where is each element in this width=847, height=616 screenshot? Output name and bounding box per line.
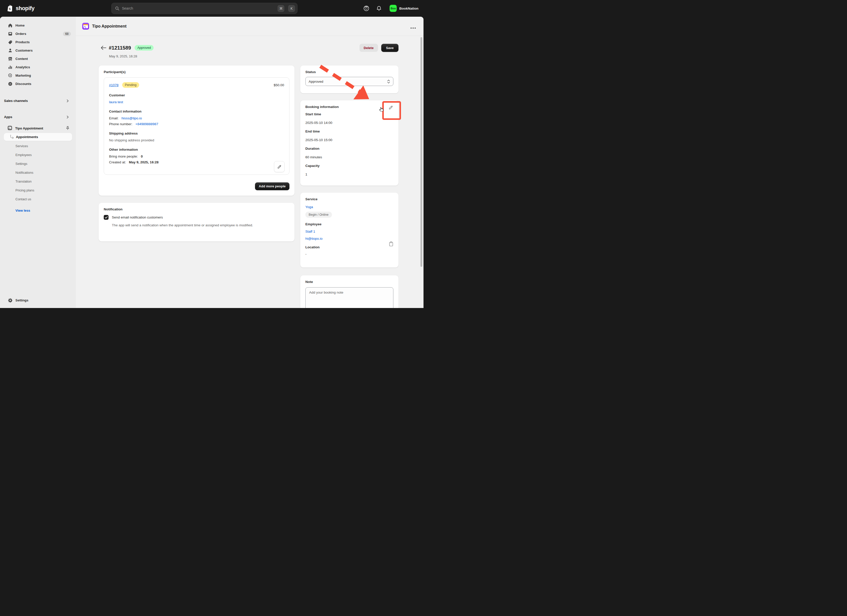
chevron-updown-icon bbox=[387, 80, 390, 84]
search-icon bbox=[115, 6, 120, 10]
sidebar-subitem-label: Services bbox=[15, 144, 28, 148]
notifications-bell-icon[interactable] bbox=[375, 4, 383, 12]
capacity-label: Capacity bbox=[305, 164, 393, 168]
created-at-value: May 9, 2025, 16:28 bbox=[129, 160, 159, 164]
notification-description: The app will send a notification when th… bbox=[112, 222, 254, 228]
sidebar-item-employees[interactable]: Employees bbox=[0, 150, 76, 159]
sidebar-item-app-settings[interactable]: Settings bbox=[0, 159, 76, 168]
sidebar-item-label: Customers bbox=[15, 49, 32, 52]
global-search[interactable]: ⌘ K bbox=[111, 3, 298, 14]
notification-card: Notification Send email notification cus… bbox=[99, 203, 295, 242]
start-time-value: 2025-05-10 14:00 bbox=[305, 121, 393, 125]
delete-button[interactable]: Delete bbox=[360, 44, 378, 52]
status-card: Status Approved bbox=[300, 65, 398, 93]
sidebar-item-customers[interactable]: Customers bbox=[0, 46, 76, 55]
email-notification-checkbox[interactable] bbox=[104, 215, 109, 220]
participant-status-badge: Pending bbox=[122, 82, 139, 88]
orders-icon bbox=[8, 31, 13, 36]
edit-booking-pencil-icon[interactable] bbox=[388, 105, 394, 112]
sidebar-item-tipo-appointment[interactable]: Tipo Appointment bbox=[0, 124, 76, 133]
sidebar-item-label: Marketing bbox=[15, 74, 31, 77]
status-select[interactable]: Approved bbox=[305, 77, 393, 86]
sidekick-icon[interactable] bbox=[362, 4, 370, 12]
more-actions-icon[interactable] bbox=[409, 24, 417, 31]
phone-link[interactable]: +84989888987 bbox=[135, 122, 158, 126]
customer-name-link[interactable]: laura test bbox=[109, 100, 123, 104]
sidebar-item-appointments-active[interactable]: Appointments bbox=[4, 133, 72, 141]
bring-more-value: 0 bbox=[141, 155, 143, 158]
sidebar-item-home[interactable]: Home bbox=[0, 21, 76, 29]
booking-info-title: Booking information bbox=[305, 105, 393, 109]
contact-info-heading: Contact information bbox=[109, 109, 284, 113]
employee-name-link[interactable]: Staff 1 bbox=[305, 230, 315, 233]
search-input[interactable] bbox=[122, 6, 274, 10]
section-label: Sales channels bbox=[4, 99, 28, 103]
note-card: Note bbox=[300, 276, 398, 308]
created-at-label: Created at: bbox=[109, 160, 126, 164]
topbar-actions: Boo BookNation bbox=[362, 0, 418, 17]
sidebar-item-translation[interactable]: Translation bbox=[0, 177, 76, 186]
employee-email-link[interactable]: hi@tiopo.io bbox=[305, 237, 323, 240]
location-heading: Location bbox=[305, 245, 393, 249]
sidebar-item-orders[interactable]: Orders 68 bbox=[0, 29, 76, 38]
app-header: Tipo Appointment bbox=[76, 17, 424, 36]
sidebar-subitem-label: Employees bbox=[15, 153, 32, 157]
sidebar-item-pricing-plans[interactable]: Pricing plans bbox=[0, 186, 76, 195]
sidebar-subitem-label: Notifications bbox=[15, 171, 33, 174]
sidebar-item-contact-us[interactable]: Contact us bbox=[0, 195, 76, 203]
page-header: #1211589 Approved Delete Save bbox=[101, 43, 398, 52]
sidebar-item-settings[interactable]: Settings bbox=[0, 296, 76, 305]
sidebar-section-apps[interactable]: Apps bbox=[0, 113, 76, 121]
admin-frame: Home Orders 68 Products Customers Conten… bbox=[0, 17, 424, 308]
sidebar-item-discounts[interactable]: Discounts bbox=[0, 80, 76, 88]
vertical-scrollbar[interactable] bbox=[421, 37, 422, 267]
service-title: Service bbox=[305, 197, 393, 201]
sidebar-item-analytics[interactable]: Analytics bbox=[0, 63, 76, 71]
right-column: Status Approved Booking information bbox=[300, 65, 398, 308]
employee-heading: Employee bbox=[305, 222, 393, 226]
email-row: Email: hisss@tipo.io bbox=[109, 116, 284, 120]
sidebar-item-notifications[interactable]: Notifications bbox=[0, 168, 76, 177]
sidebar-item-services[interactable]: Services bbox=[0, 141, 76, 150]
shipping-heading: Shipping address bbox=[109, 131, 284, 135]
save-button[interactable]: Save bbox=[381, 44, 398, 52]
sidebar-subitem-label: Settings bbox=[15, 162, 27, 166]
phone-label: Phone number: bbox=[109, 122, 132, 126]
booking-note-input[interactable] bbox=[305, 287, 393, 308]
location-value: - bbox=[305, 252, 393, 256]
sidebar-subitem-label: Translation bbox=[15, 180, 32, 183]
shopify-bag-icon: S bbox=[7, 4, 14, 12]
kbd-k: K bbox=[288, 5, 295, 12]
sidebar-subitem-label: Pricing plans bbox=[15, 189, 34, 192]
shopify-wordmark: shopify bbox=[16, 5, 34, 12]
svg-text:S: S bbox=[9, 7, 11, 10]
note-title: Note bbox=[305, 280, 393, 284]
sidebar-item-label: Settings bbox=[15, 298, 28, 302]
sidebar-subitem-label: Appointments bbox=[16, 135, 38, 139]
back-arrow-icon[interactable] bbox=[101, 46, 109, 50]
store-account-button[interactable]: Boo BookNation bbox=[390, 5, 418, 12]
sidebar-item-marketing[interactable]: Marketing bbox=[0, 71, 76, 80]
products-tag-icon bbox=[8, 40, 13, 44]
service-name-link[interactable]: Yoga bbox=[305, 205, 313, 209]
sidebar-item-label: Orders bbox=[15, 32, 26, 36]
view-less-link[interactable]: View less bbox=[0, 206, 76, 215]
sidebar-item-content[interactable]: Content bbox=[0, 55, 76, 63]
sidebar-item-products[interactable]: Products bbox=[0, 38, 76, 46]
participant-id-link[interactable]: #1078 bbox=[109, 83, 119, 87]
participants-title: Participant(s) bbox=[104, 70, 289, 74]
email-link[interactable]: hisss@tipo.io bbox=[121, 116, 142, 120]
add-more-people-button[interactable]: Add more people bbox=[255, 182, 289, 190]
bring-more-row: Bring more people: 0 bbox=[109, 155, 284, 158]
orders-count-badge: 68 bbox=[63, 32, 71, 36]
edit-participant-button[interactable] bbox=[274, 161, 285, 172]
view-less-label: View less bbox=[15, 209, 30, 212]
copy-clipboard-icon[interactable] bbox=[388, 241, 394, 248]
tipo-app-icon bbox=[82, 23, 89, 29]
pin-icon[interactable] bbox=[65, 126, 70, 131]
shopify-logo[interactable]: S shopify bbox=[7, 0, 34, 17]
shipping-value: No shipping address provided bbox=[109, 139, 284, 142]
sidebar: Home Orders 68 Products Customers Conten… bbox=[0, 17, 76, 308]
created-at-row: Created at: May 9, 2025, 16:28 bbox=[109, 160, 284, 164]
sidebar-section-sales-channels[interactable]: Sales channels bbox=[0, 97, 76, 105]
